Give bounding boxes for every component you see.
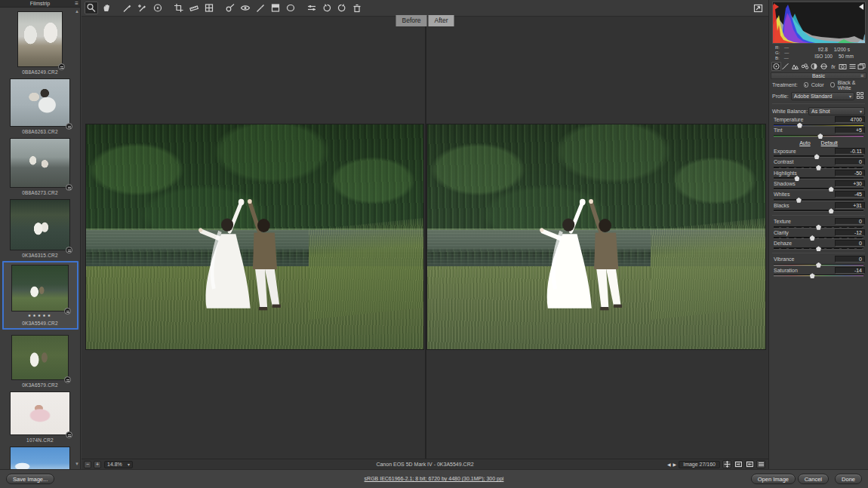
transform-tool-icon[interactable] — [202, 2, 216, 14]
filmstrip-item-selected[interactable]: ★★★★★ 0K3A5549.CR2 — [2, 261, 78, 330]
slider-thumb[interactable] — [810, 273, 815, 278]
slider-value[interactable]: 0 — [835, 256, 865, 262]
star-rating[interactable]: ★★★★★ — [28, 313, 52, 318]
slider-track[interactable] — [774, 247, 863, 250]
crop-tool-icon[interactable] — [172, 2, 186, 14]
hand-tool-icon[interactable] — [100, 2, 113, 14]
previous-image-icon[interactable]: ◀ — [667, 462, 671, 467]
tab-camera-calibration-icon[interactable] — [838, 62, 848, 71]
slider-track[interactable] — [774, 177, 863, 180]
graduated-filter-tool-icon[interactable] — [269, 2, 282, 14]
filmstrip-menu-icon[interactable]: ≡ — [75, 0, 78, 7]
tab-basic-icon[interactable] — [771, 62, 781, 71]
thumbnail-image[interactable] — [11, 392, 69, 434]
slider-value[interactable]: +30 — [835, 180, 865, 187]
red-eye-tool-icon[interactable] — [239, 2, 252, 14]
preferences-icon[interactable] — [305, 2, 319, 14]
panel-menu-icon[interactable]: ≡ — [860, 73, 863, 78]
slider-track[interactable] — [774, 124, 863, 127]
slider-value[interactable]: 0 — [835, 240, 865, 247]
tab-hsl-icon[interactable] — [800, 62, 810, 71]
slider-thumb[interactable] — [816, 246, 821, 251]
white-balance-dropdown[interactable]: As Shot ▾ — [808, 107, 865, 115]
slider-track[interactable] — [774, 199, 863, 201]
workflow-options-link[interactable]: sRGB IEC61966-2.1; 8 bit; 6720 by 4480 (… — [0, 476, 868, 481]
slider-value[interactable]: -50 — [835, 170, 865, 176]
rotate-left-icon[interactable] — [320, 2, 334, 14]
basic-panel-header[interactable]: Basic ≡ — [771, 72, 866, 79]
thumbnail-image[interactable] — [11, 79, 69, 126]
slider-track[interactable] — [774, 135, 863, 137]
filmstrip-item[interactable] — [0, 443, 80, 469]
trash-icon[interactable] — [350, 2, 364, 14]
slider-value[interactable]: -45 — [835, 191, 865, 198]
slider-value[interactable]: -0.11 — [835, 148, 865, 155]
swap-before-after-icon[interactable] — [734, 460, 743, 468]
tab-presets-icon[interactable] — [848, 62, 857, 71]
zoom-in-button[interactable]: + — [94, 461, 101, 468]
filmstrip-item[interactable]: 0B8A6273.CR2 — [0, 134, 80, 195]
slider-thumb[interactable] — [817, 134, 823, 139]
pan-view-icon[interactable] — [722, 460, 731, 468]
slider-track[interactable] — [774, 155, 863, 158]
slider-value[interactable]: -14 — [835, 267, 865, 274]
slider-value[interactable]: 0 — [835, 218, 865, 225]
thumbnail-image[interactable] — [18, 12, 62, 66]
next-image-icon[interactable]: ▶ — [673, 462, 677, 467]
slider-value[interactable]: 4700 — [835, 116, 865, 123]
targeted-adjustment-tool-icon[interactable] — [151, 2, 165, 14]
thumbnail-image[interactable] — [11, 200, 69, 250]
filmstrip-item[interactable]: 0K3A6579.CR2 — [0, 331, 80, 388]
slider-value[interactable]: +31 — [835, 202, 865, 209]
white-balance-tool-icon[interactable] — [121, 2, 134, 14]
done-button[interactable]: Done — [835, 474, 862, 484]
filmstrip-item[interactable]: 0K3A6315.CR2 — [0, 195, 80, 258]
filmstrip-item[interactable]: 0B8A6263.CR2 — [0, 75, 80, 134]
tab-lens-corrections-icon[interactable] — [819, 62, 829, 71]
histogram[interactable] — [772, 2, 866, 44]
black-white-radio[interactable] — [830, 82, 835, 87]
highlight-clipping-icon[interactable] — [859, 4, 863, 10]
tab-effects-icon[interactable]: fx — [829, 62, 839, 71]
slider-value[interactable]: -12 — [835, 229, 865, 236]
slider-track[interactable] — [774, 264, 863, 266]
tab-snapshots-icon[interactable] — [857, 62, 866, 71]
shadow-clipping-icon[interactable] — [774, 4, 779, 10]
zoom-out-button[interactable]: − — [84, 461, 91, 468]
black-white-radio-label[interactable]: Black & White — [838, 80, 865, 91]
filmstrip-item[interactable]: 0B8A6249.CR2 — [0, 8, 80, 75]
slider-track[interactable] — [774, 226, 863, 229]
after-image[interactable] — [427, 124, 765, 349]
thumbnail-image[interactable] — [12, 265, 68, 311]
color-radio[interactable] — [804, 82, 808, 87]
slider-track[interactable] — [774, 210, 863, 212]
slider-track[interactable] — [774, 237, 863, 239]
filmstrip-item[interactable]: 1074N.CR2 — [0, 388, 80, 443]
spot-removal-tool-icon[interactable] — [223, 2, 237, 14]
slider-value[interactable]: 0 — [835, 158, 865, 165]
radial-filter-tool-icon[interactable] — [284, 2, 297, 14]
thumbnail-image[interactable] — [12, 336, 68, 379]
slider-track[interactable] — [774, 275, 863, 277]
auto-link[interactable]: Auto — [799, 140, 810, 146]
zoom-tool-icon[interactable] — [85, 2, 98, 14]
straighten-tool-icon[interactable] — [187, 2, 201, 14]
tab-tone-curve-icon[interactable] — [781, 62, 791, 71]
zoom-level-select[interactable]: 14.8% ▾ — [104, 461, 133, 468]
slider-value[interactable]: +5 — [835, 127, 865, 134]
copy-settings-icon[interactable] — [745, 460, 754, 468]
thumbnail-image[interactable] — [11, 447, 69, 469]
tab-split-toning-icon[interactable] — [809, 62, 819, 71]
tab-before[interactable]: Before — [396, 15, 427, 26]
open-image-button[interactable]: Open Image — [751, 474, 796, 484]
view-mode-menu-icon[interactable] — [756, 460, 765, 468]
thumbnail-image[interactable] — [11, 139, 69, 187]
adjustment-brush-tool-icon[interactable] — [254, 2, 267, 14]
slider-thumb[interactable] — [829, 208, 834, 213]
default-link[interactable]: Default — [821, 140, 838, 146]
slider-track[interactable] — [774, 188, 863, 190]
color-radio-label[interactable]: Color — [811, 82, 824, 87]
slider-track[interactable] — [774, 167, 863, 169]
profile-browser-icon[interactable] — [857, 92, 865, 100]
cancel-button[interactable]: Cancel — [798, 474, 829, 484]
